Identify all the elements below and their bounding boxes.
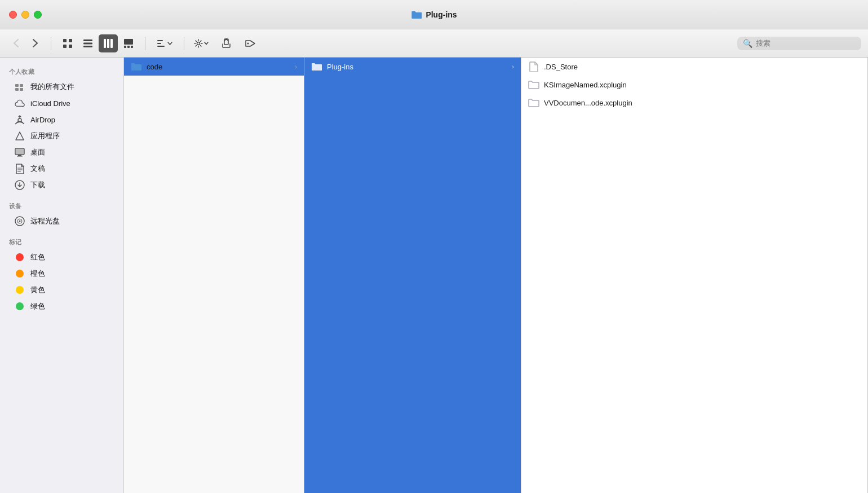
group-sort-button[interactable] <box>152 34 177 52</box>
main-content: 个人收藏 我的所有文件 iCloud Drive AirDrop <box>0 58 868 493</box>
sidebar-section-devices: 设备 <box>0 199 123 213</box>
folder-icon-right-2 <box>528 97 539 108</box>
column-right-item-label-0: .DS_Store <box>544 63 578 71</box>
column-middle-chevron: › <box>512 63 514 70</box>
svg-rect-13 <box>131 46 133 48</box>
column-right: .DS_Store KSImageNamed.xcplugin VV <box>521 58 868 493</box>
title-text: Plug-ins <box>426 10 457 19</box>
svg-point-17 <box>197 42 200 45</box>
column-middle-item-label: Plug-ins <box>327 63 353 71</box>
window-controls[interactable] <box>9 11 42 19</box>
sidebar-item-applications[interactable]: 应用程序 <box>3 128 120 144</box>
svg-rect-26 <box>16 149 24 154</box>
icloud-icon <box>15 98 25 108</box>
folder-icon-right-1 <box>528 79 539 90</box>
browser-area: code › Plug-ins › <box>124 58 868 493</box>
tag-button[interactable] <box>241 34 261 52</box>
airdrop-icon <box>15 115 25 125</box>
maximize-button[interactable] <box>34 11 42 19</box>
svg-rect-20 <box>15 84 19 87</box>
file-icon-0 <box>528 61 539 72</box>
sidebar-section-favorites: 个人收藏 <box>0 64 123 78</box>
view-mode-buttons <box>58 34 138 52</box>
separator-2 <box>145 37 145 50</box>
remote-disk-icon <box>15 216 25 226</box>
yellow-tag-icon <box>15 285 25 295</box>
sidebar-item-airdrop[interactable]: AirDrop <box>3 112 120 127</box>
sidebar-label-orange: 橙色 <box>30 268 45 279</box>
view-gallery-button[interactable] <box>119 34 138 52</box>
svg-rect-11 <box>124 46 126 48</box>
sidebar-label-red: 红色 <box>30 252 45 262</box>
sidebar-label-downloads: 下载 <box>30 180 45 190</box>
view-column-button[interactable] <box>99 34 118 52</box>
column-middle-item-plugins[interactable]: Plug-ins › <box>304 58 521 76</box>
sidebar-item-orange[interactable]: 橙色 <box>3 266 120 281</box>
folder-title-icon <box>411 10 422 19</box>
column-left-item-label: code <box>147 63 162 71</box>
sidebar: 个人收藏 我的所有文件 iCloud Drive AirDrop <box>0 58 124 493</box>
svg-rect-22 <box>15 88 19 91</box>
column-right-item-1[interactable]: KSImageNamed.xcplugin <box>521 76 867 94</box>
settings-button[interactable] <box>191 34 211 52</box>
folder-icon-middle <box>311 61 322 72</box>
view-list-button[interactable] <box>78 34 98 52</box>
sidebar-section-tags: 标记 <box>0 235 123 249</box>
minimize-button[interactable] <box>21 11 29 19</box>
svg-rect-16 <box>157 46 165 47</box>
toolbar: 🔍 <box>0 29 868 58</box>
svg-rect-28 <box>17 156 23 157</box>
svg-rect-8 <box>107 39 109 48</box>
search-input[interactable] <box>756 39 856 47</box>
svg-rect-27 <box>18 155 21 156</box>
sidebar-item-red[interactable]: 红色 <box>3 249 120 265</box>
sidebar-item-all-files[interactable]: 我的所有文件 <box>3 79 120 95</box>
orange-tag-icon <box>15 268 25 279</box>
sidebar-item-remote-disk[interactable]: 远程光盘 <box>3 213 120 229</box>
sidebar-item-desktop[interactable]: 桌面 <box>3 144 120 160</box>
svg-rect-10 <box>124 39 133 45</box>
svg-rect-23 <box>20 88 23 91</box>
sidebar-item-icloud[interactable]: iCloud Drive <box>3 95 120 111</box>
group-sort-group <box>152 34 177 52</box>
separator-3 <box>184 37 184 50</box>
applications-icon <box>15 131 25 141</box>
close-button[interactable] <box>9 11 17 19</box>
column-right-item-label-1: KSImageNamed.xcplugin <box>544 81 627 89</box>
column-right-item-0[interactable]: .DS_Store <box>521 58 867 76</box>
nav-buttons <box>7 34 44 52</box>
svg-rect-14 <box>157 40 163 41</box>
svg-rect-0 <box>63 39 67 42</box>
desktop-icon <box>15 147 25 157</box>
sidebar-label-icloud: iCloud Drive <box>30 99 70 108</box>
sidebar-label-desktop: 桌面 <box>30 147 45 157</box>
green-tag-icon <box>15 301 25 311</box>
sidebar-item-yellow[interactable]: 黄色 <box>3 282 120 298</box>
window-title: Plug-ins <box>411 10 457 19</box>
view-icon-button[interactable] <box>58 34 77 52</box>
column-left-item-code[interactable]: code › <box>124 58 304 76</box>
column-right-item-2[interactable]: VVDocumen...ode.xcplugin <box>521 94 867 112</box>
svg-point-35 <box>19 221 21 222</box>
sidebar-label-green: 绿色 <box>30 301 45 311</box>
sidebar-item-documents[interactable]: 文稿 <box>3 161 120 177</box>
sidebar-item-downloads[interactable]: 下载 <box>3 177 120 193</box>
sidebar-item-green[interactable]: 绿色 <box>3 298 120 314</box>
svg-rect-9 <box>110 39 113 48</box>
sidebar-label-applications: 应用程序 <box>30 131 60 141</box>
svg-rect-15 <box>157 43 161 44</box>
svg-rect-21 <box>20 84 23 87</box>
search-box[interactable]: 🔍 <box>737 37 861 50</box>
back-button[interactable] <box>7 34 25 52</box>
share-button[interactable] <box>216 34 236 52</box>
svg-rect-4 <box>83 39 92 41</box>
sidebar-label-documents: 文稿 <box>30 164 45 174</box>
red-tag-icon <box>15 252 25 262</box>
svg-rect-12 <box>127 46 130 48</box>
forward-button[interactable] <box>26 34 44 52</box>
separator-1 <box>51 37 51 50</box>
column-right-item-label-2: VVDocumen...ode.xcplugin <box>544 99 632 107</box>
search-icon: 🔍 <box>743 39 752 48</box>
svg-rect-1 <box>69 39 72 42</box>
documents-icon <box>15 164 25 174</box>
